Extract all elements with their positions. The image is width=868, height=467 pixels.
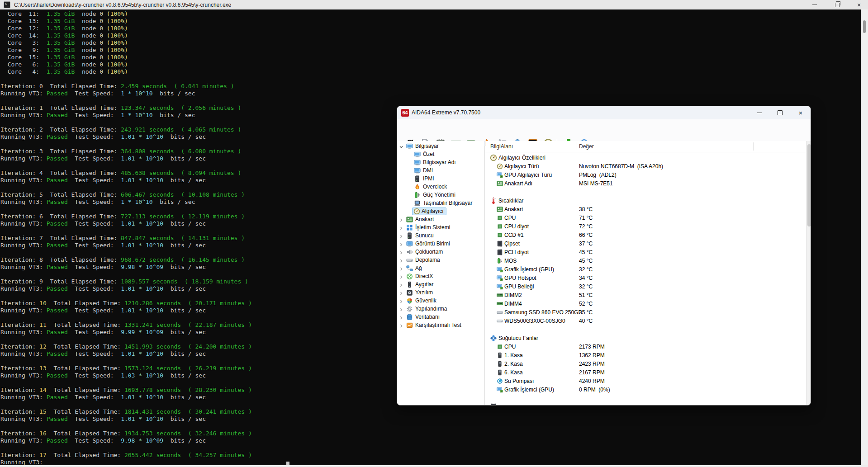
console-line	[0, 162, 252, 170]
chevron-right-icon[interactable]	[398, 217, 404, 222]
sensor-group-row[interactable]: Soğutucu Fanlar	[485, 334, 806, 343]
chevron-right-icon[interactable]	[398, 225, 404, 230]
aida64-close-button[interactable]: ×	[790, 106, 811, 119]
chevron-down-icon[interactable]	[398, 143, 404, 149]
sensor-row[interactable]: GPU Hotspot34 °C	[485, 274, 806, 283]
sensor-row[interactable]: Anakart AdıMSI MS-7E51	[485, 179, 806, 188]
sensor-row[interactable]: Su Pompası4240 RPM	[485, 377, 806, 386]
chevron-right-icon[interactable]	[398, 322, 404, 328]
sensor-row[interactable]: CPU diyot72 °C	[485, 222, 806, 231]
sensor-row[interactable]: Anakart38 °C	[485, 205, 806, 214]
tree-item-g-venlik[interactable]: Güvenlik	[397, 297, 485, 305]
sensor-row[interactable]: CPU71 °C	[485, 214, 806, 222]
gpu-icon	[497, 266, 503, 273]
tree-item-g-r-nt-birimi[interactable]: Görüntü Birimi	[397, 240, 485, 248]
tree-item-kar-la-t-rmal-test[interactable]: Karşılaştırmalı Test	[397, 321, 485, 329]
sensor-label: GPU Algılayıcı Türü	[504, 171, 552, 179]
tree-item-anakart[interactable]: Anakart	[397, 215, 485, 223]
chevron-right-icon[interactable]	[398, 290, 404, 295]
tree-item-sunucu[interactable]: Sunucu	[397, 231, 485, 240]
gauge-icon	[497, 163, 503, 170]
sensor-label: 2. Kasa	[504, 360, 523, 368]
console-line: Running VT3: Passed Test Speed: 1.01 * 1…	[0, 307, 252, 314]
chevron-right-icon[interactable]	[398, 257, 404, 263]
tree-item-i-letim-sistemi[interactable]: İşletim Sistemi	[397, 223, 485, 231]
tree-item--okluortam[interactable]: Çokluortam	[397, 248, 485, 256]
sensor-value: 37 °C	[579, 240, 593, 248]
sensor-label: GPU Hotspot	[504, 274, 536, 283]
console-vertical-scrollbar[interactable]	[861, 9, 868, 465]
chevron-right-icon[interactable]	[398, 233, 404, 238]
tree-item-label: Güvenlik	[415, 297, 436, 304]
tree-item-ayg-tlar[interactable]: Aygıtlar	[397, 280, 485, 288]
sensor-row[interactable]: WDS500G3X0C-00SJG040 °C	[485, 317, 806, 325]
chevron-right-icon[interactable]	[398, 298, 404, 303]
console-restore-button[interactable]	[827, 0, 847, 9]
console-line	[0, 227, 252, 235]
sensor-row[interactable]: 2. Kasa2423 RPM	[485, 360, 806, 368]
sensor-group-row[interactable]	[485, 403, 806, 406]
sensor-group-row[interactable]: Algılayıcı Özellikleri	[485, 154, 806, 162]
tree-item-ipmi[interactable]: IPMI	[397, 175, 485, 183]
tree-item-depolama[interactable]: Depolama	[397, 256, 485, 264]
sensor-row[interactable]: DIMM251 °C	[485, 291, 806, 300]
sensor-row[interactable]: Samsung SSD 860 EVO 250GB35 °C	[485, 308, 806, 317]
tree-item-alg-lay-c-[interactable]: Algılayıcı	[397, 207, 485, 215]
sensor-value: 38 °C	[579, 205, 593, 214]
console-line: Iteration: 3 Total Elapsed Time: 364.808…	[0, 148, 252, 155]
tree-item-yaz-l-m[interactable]: Yazılım	[397, 288, 485, 297]
tree-item-a-[interactable]: Ağ	[397, 264, 485, 272]
sensor-label: DIMM4	[504, 300, 522, 308]
sensor-row[interactable]: CPU2173 RPM	[485, 343, 806, 351]
tree-item-overclock[interactable]: Overclock	[397, 183, 485, 191]
content-scrollbar-thumb[interactable]	[807, 144, 811, 226]
tree-item-label: DMI	[423, 167, 433, 174]
chevron-right-icon[interactable]	[398, 306, 404, 311]
console-minimize-button[interactable]	[805, 0, 825, 9]
tree-item-bilgisayar-ad-[interactable]: Bilgisayar Adı	[397, 158, 485, 166]
aida64-maximize-button[interactable]	[770, 106, 790, 119]
sensor-row[interactable]: CCD #166 °C	[485, 231, 806, 240]
sensor-row[interactable]: DIMM452 °C	[485, 300, 806, 308]
console-line: Iteration: 11 Total Elapsed Time: 1331.2…	[0, 321, 252, 329]
sensor-row[interactable]: PCH diyot45 °C	[485, 248, 806, 257]
sensor-row[interactable]: Algılayıcı TürüNuvoton NCT6687D-M (ISA A…	[485, 162, 806, 171]
tree-item-veritaban-[interactable]: Veritabanı	[397, 313, 485, 321]
disk-icon	[406, 257, 413, 264]
sensor-group-row[interactable]: Sıcaklıklar	[485, 197, 806, 205]
tree-item-yap-land-rma[interactable]: Yapılandırma	[397, 305, 485, 313]
sensor-row[interactable]: Grafik İşlemci (GPU)0 RPM (0%)	[485, 386, 806, 394]
console-scrollbar-thumb[interactable]	[863, 20, 866, 33]
chevron-right-icon[interactable]	[398, 274, 404, 279]
sensor-row[interactable]: Grafik İşlemci (GPU)32 °C	[485, 265, 806, 274]
console-horizontal-scrollbar[interactable]	[0, 465, 868, 467]
sensor-row[interactable]: 1. Kasa1362 RPM	[485, 351, 806, 360]
tree-item-ta-nabilir-bilgisayar[interactable]: Taşınabilir Bilgisayar	[397, 199, 485, 207]
chevron-right-icon[interactable]	[398, 314, 404, 320]
chevron-right-icon[interactable]	[398, 265, 404, 271]
chevron-right-icon[interactable]	[398, 249, 404, 255]
column-divider[interactable]	[753, 142, 754, 151]
sensor-row[interactable]: GPU Algılayıcı TürüPMLog (ADL2)	[485, 171, 806, 179]
tree-item--zet[interactable]: Özet	[397, 150, 485, 158]
chevron-right-icon[interactable]	[398, 241, 404, 246]
console-close-button[interactable]: ×	[850, 0, 868, 9]
tree-item-bilgisayar[interactable]: Bilgisayar	[397, 142, 485, 150]
sensor-row[interactable]: Çipset37 °C	[485, 240, 806, 248]
column-header-value[interactable]: Değer	[579, 141, 594, 152]
column-divider[interactable]	[577, 142, 577, 151]
console-line: Iteration: 15 Total Elapsed Time: 1814.4…	[0, 408, 252, 415]
column-header-info[interactable]: BilgiAlanı	[490, 141, 513, 152]
aida64-minimize-button[interactable]	[749, 106, 769, 119]
sensor-row[interactable]: 6. Kasa2167 RPM	[485, 368, 806, 377]
content-vertical-scrollbar[interactable]	[806, 141, 811, 406]
tree-item-dmi[interactable]: DMI	[397, 166, 485, 175]
chevron-right-icon[interactable]	[398, 282, 404, 287]
console-line: Core 12: 1.35 GiB node 0 (100%)	[0, 25, 252, 32]
console-line	[0, 444, 252, 452]
tree-item-g-y-netimi[interactable]: Güç Yönetimi	[397, 191, 485, 199]
console-line: Running VT3: Passed Test Speed: 1.01 * 1…	[0, 285, 252, 292]
sensor-row[interactable]: MOS45 °C	[485, 257, 806, 265]
tree-item-directx[interactable]: DirectX	[397, 272, 485, 280]
sensor-row[interactable]: GPU Belleği32 °C	[485, 283, 806, 291]
